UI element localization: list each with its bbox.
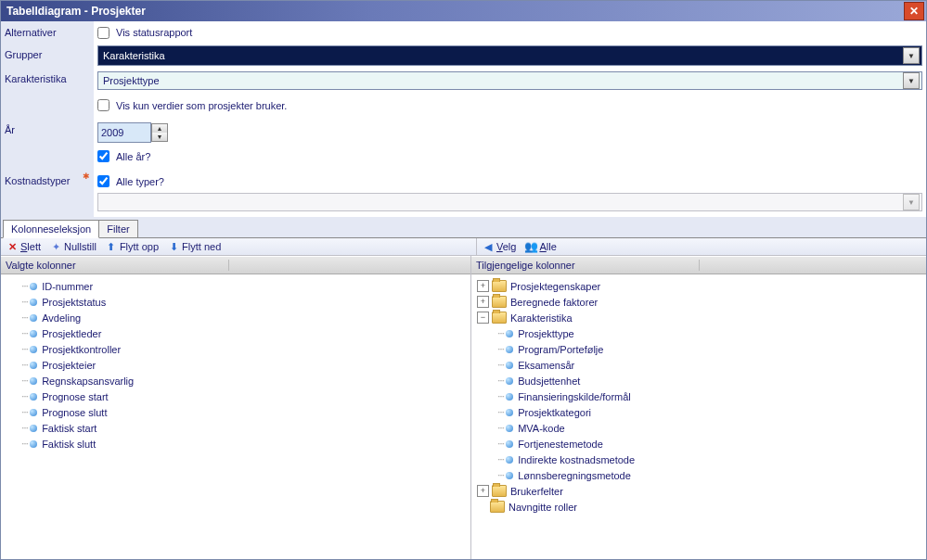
tree-folder[interactable]: +Brukerfelter — [471, 483, 926, 499]
tree-item[interactable]: ····Prosjekttype — [471, 325, 926, 341]
costtypes-input[interactable]: ▼ — [97, 193, 922, 211]
expand-icon[interactable]: + — [477, 485, 489, 497]
alternatives-label: Alternativer — [1, 21, 94, 44]
list-item[interactable]: ····Faktisk start — [1, 420, 470, 436]
bullet-icon — [30, 314, 37, 322]
arrow-left-icon: ◀ — [483, 241, 494, 252]
available-columns-header: Tilgjengelige kolonner — [471, 256, 926, 274]
year-up-button[interactable]: ▲ — [152, 124, 167, 133]
folder-icon — [490, 501, 505, 513]
window-title: Tabelldiagram - Prosjekter — [6, 5, 146, 18]
tree-item[interactable]: ····Fortjenestemetode — [471, 436, 926, 452]
close-button[interactable]: ✕ — [904, 2, 924, 20]
collapse-icon[interactable]: − — [477, 312, 489, 324]
dropdown-icon: ▼ — [903, 194, 920, 210]
tree-item[interactable]: ····Prosjektkategori — [471, 404, 926, 420]
year-down-button[interactable]: ▼ — [152, 133, 167, 141]
status-report-checkbox[interactable] — [97, 27, 109, 39]
tree-item[interactable]: ····Indirekte kostnadsmetode — [471, 452, 926, 467]
reset-button[interactable]: ✦ Nullstill — [50, 241, 97, 252]
characteristics-select[interactable]: Prosjekttype ▼ — [97, 71, 922, 90]
characteristics-label: Karakteristika — [1, 68, 94, 119]
list-item[interactable]: ····ID-nummer — [1, 278, 470, 294]
tree-folder[interactable]: −Karakteristika — [471, 310, 926, 325]
bullet-icon — [30, 330, 37, 337]
people-icon: 👥 — [525, 241, 536, 252]
all-button[interactable]: 👥 Alle — [525, 241, 556, 252]
expand-icon[interactable]: + — [477, 280, 489, 292]
tab-column-selection[interactable]: Kolonneseleksjon — [3, 220, 99, 238]
close-icon: ✕ — [909, 5, 919, 18]
tree-item[interactable]: ····Program/Portefølje — [471, 341, 926, 357]
expand-icon[interactable]: + — [477, 296, 489, 308]
bullet-icon — [506, 362, 513, 369]
list-item[interactable]: ····Prosjektstatus — [1, 294, 470, 310]
dropdown-icon[interactable]: ▼ — [903, 47, 920, 64]
delete-icon: ✕ — [6, 241, 18, 252]
list-item[interactable]: ····Faktisk slutt — [1, 436, 470, 452]
all-years-label: Alle år? — [116, 151, 150, 162]
tree-folder[interactable]: +Prosjektegenskaper — [471, 278, 926, 294]
bullet-icon — [506, 330, 513, 337]
list-item[interactable]: ····Prognose slutt — [1, 404, 470, 420]
list-item[interactable]: ····Avdeling — [1, 310, 470, 325]
groups-select[interactable]: Karakteristika ▼ — [97, 45, 922, 66]
list-item[interactable]: ····Prosjekteier — [1, 357, 470, 373]
bullet-icon — [506, 346, 513, 353]
bullet-icon — [506, 393, 513, 401]
bullet-icon — [506, 456, 513, 464]
list-item[interactable]: ····Prosjektkontroller — [1, 341, 470, 357]
tree-item[interactable]: ····MVA-kode — [471, 420, 926, 436]
only-used-checkbox[interactable] — [97, 99, 109, 111]
all-types-checkbox[interactable] — [97, 175, 109, 187]
groups-value: Karakteristika — [100, 50, 903, 61]
bullet-icon — [30, 346, 37, 353]
bullet-icon — [506, 377, 513, 385]
tree-folder[interactable]: Navngitte roller — [471, 499, 926, 515]
available-columns-pane: Tilgjengelige kolonner +Prosjektegenskap… — [471, 256, 926, 559]
bullet-icon — [30, 283, 37, 290]
year-spinner: ▲ ▼ — [151, 123, 168, 142]
list-item[interactable]: ····Regnskapsansvarlig — [1, 373, 470, 388]
bullet-icon — [506, 425, 513, 432]
title-bar: Tabelldiagram - Prosjekter ✕ — [1, 1, 926, 21]
bullet-icon — [30, 393, 37, 401]
folder-icon — [492, 280, 507, 292]
arrow-up-icon: ⬆ — [106, 241, 117, 252]
columns-area: Valgte kolonner ····ID-nummer····Prosjek… — [1, 256, 926, 559]
required-icon: ✱ — [83, 172, 90, 181]
status-report-label: Vis statusrapport — [116, 27, 192, 38]
delete-button[interactable]: ✕ Slett — [6, 241, 41, 252]
selected-columns-list: ····ID-nummer····Prosjektstatus····Avdel… — [1, 274, 470, 455]
tab-filter[interactable]: Filter — [98, 220, 137, 237]
folder-icon — [492, 296, 507, 308]
characteristics-value: Prosjekttype — [100, 75, 903, 86]
all-years-checkbox[interactable] — [97, 150, 109, 162]
bullet-icon — [506, 472, 513, 479]
tree-item[interactable]: ····Budsjettenhet — [471, 373, 926, 388]
groups-label: Grupper — [1, 44, 94, 68]
all-types-label: Alle typer? — [116, 176, 164, 187]
reset-icon: ✦ — [50, 241, 61, 252]
bullet-icon — [30, 362, 37, 369]
dropdown-icon[interactable]: ▼ — [903, 72, 920, 89]
only-used-label: Vis kun verdier som prosjekter bruker. — [116, 100, 287, 111]
bullet-icon — [506, 440, 513, 448]
costtypes-label: Kostnadstyper ✱ — [1, 170, 94, 217]
dialog-window: Tabelldiagram - Prosjekter ✕ Alternative… — [0, 0, 927, 560]
move-up-button[interactable]: ⬆ Flytt opp — [106, 241, 159, 252]
select-button[interactable]: ◀ Velg — [483, 241, 516, 252]
folder-icon — [492, 312, 507, 324]
bullet-icon — [506, 409, 513, 416]
folder-icon — [492, 485, 507, 497]
tree-item[interactable]: ····Finansieringskilde/formål — [471, 388, 926, 404]
tree-item[interactable]: ····Eksamensår — [471, 357, 926, 373]
move-down-button[interactable]: ⬇ Flytt ned — [168, 241, 221, 252]
selected-columns-header: Valgte kolonner — [1, 256, 470, 274]
year-input[interactable]: 2009 — [97, 122, 151, 143]
bullet-icon — [30, 377, 37, 385]
tree-item[interactable]: ····Lønnsberegningsmetode — [471, 467, 926, 483]
list-item[interactable]: ····Prognose start — [1, 388, 470, 404]
list-item[interactable]: ····Prosjektleder — [1, 325, 470, 341]
tree-folder[interactable]: +Beregnede faktorer — [471, 294, 926, 310]
